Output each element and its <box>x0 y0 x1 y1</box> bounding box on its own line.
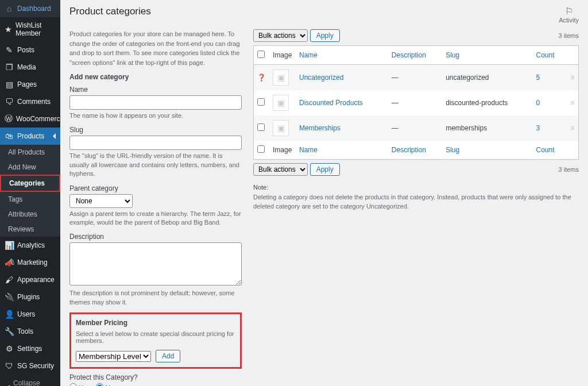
col-desc[interactable]: Description <box>388 141 442 160</box>
desc-label: Description <box>69 233 242 241</box>
brush-icon: 🖌 <box>5 275 14 284</box>
info-icon: ❓ <box>257 74 266 82</box>
menu-wishlist[interactable]: ★WishList Member <box>0 17 60 41</box>
description-field: Description The description is not promi… <box>69 233 242 307</box>
bulk-actions-select-top[interactable]: Bulk actions <box>253 29 308 42</box>
menu-analytics[interactable]: 📊Analytics <box>0 237 60 254</box>
add-heading: Add new category <box>69 73 242 81</box>
drag-handle-icon[interactable]: ≡ <box>567 115 579 141</box>
menu-label: Analytics <box>17 241 45 249</box>
col-count[interactable]: Count <box>533 141 567 160</box>
activity-label: Activity <box>559 17 579 24</box>
menu-label: WishList Member <box>16 21 56 37</box>
col-desc[interactable]: Description <box>388 46 442 65</box>
menu-pages[interactable]: ▤Pages <box>0 76 60 93</box>
row-slug: discounted-products <box>442 90 532 115</box>
menu-posts[interactable]: ✎Posts <box>0 41 60 59</box>
woo-icon: Ⓦ <box>5 114 13 123</box>
collapse-menu[interactable]: ◀Collapse menu <box>0 375 60 386</box>
name-input[interactable] <box>69 95 242 110</box>
menu-products[interactable]: 🛍Products <box>0 128 60 145</box>
shield-icon: 🛡 <box>5 361 14 370</box>
content-columns: Product categories for your store can be… <box>60 24 588 386</box>
col-count[interactable]: Count <box>533 46 567 65</box>
menu-label: Products <box>17 132 44 140</box>
select-all-top[interactable] <box>257 51 265 58</box>
row-checkbox[interactable] <box>257 123 265 131</box>
image-placeholder-icon: ▣ <box>273 95 289 111</box>
sub-attributes[interactable]: Attributes <box>0 207 60 222</box>
table-row: ▣ Memberships — memberships 3 ≡ <box>254 115 579 141</box>
wrench-icon: 🔧 <box>5 327 14 336</box>
apply-button-top[interactable]: Apply <box>310 29 340 42</box>
sub-tags[interactable]: Tags <box>0 192 60 207</box>
menu-dashboard[interactable]: ⌂Dashboard <box>0 0 60 17</box>
menu-media[interactable]: ❐Media <box>0 59 60 76</box>
name-field: Name The name is how it appears on your … <box>69 86 242 120</box>
drag-handle-icon[interactable]: ≡ <box>567 90 579 115</box>
menu-woocommerce[interactable]: ⓌWooCommerce <box>0 110 60 128</box>
sub-add-new[interactable]: Add New <box>0 160 60 175</box>
radio-yes[interactable] <box>69 383 77 386</box>
col-name[interactable]: Name <box>296 46 388 65</box>
bulk-actions-select-bottom[interactable]: Bulk actions <box>253 163 308 176</box>
row-desc: — <box>388 115 442 141</box>
radio-no[interactable] <box>96 383 103 386</box>
member-pricing-box: Member Pricing Select a level below to c… <box>69 312 242 369</box>
mp-heading: Member Pricing <box>76 319 235 327</box>
row-name-link[interactable]: Memberships <box>299 124 341 132</box>
col-slug[interactable]: Slug <box>442 141 532 160</box>
col-image: Image <box>269 46 296 65</box>
menu-sg-security[interactable]: 🛡SG Security <box>0 357 60 375</box>
mp-add-button[interactable]: Add <box>156 350 180 362</box>
desc-textarea[interactable] <box>69 242 242 285</box>
note-text: Deleting a category does not delete the … <box>253 194 571 210</box>
protect-no[interactable]: No <box>96 383 114 386</box>
menu-label: Media <box>17 63 36 71</box>
row-desc: — <box>388 90 442 115</box>
apply-button-bottom[interactable]: Apply <box>310 163 340 176</box>
drag-handle-icon[interactable]: ≡ <box>567 65 579 91</box>
row-name-link[interactable]: Uncategorized <box>299 74 343 82</box>
select-all-bottom[interactable] <box>257 145 265 153</box>
parent-select[interactable]: None <box>69 194 133 208</box>
protect-field: Protect this Category? Yes No <box>69 373 242 386</box>
row-count-link[interactable]: 3 <box>536 124 540 132</box>
col-name[interactable]: Name <box>296 141 388 160</box>
topbar: Product categories ⚐Activity <box>60 0 588 24</box>
mp-level-select[interactable]: Membership Level <box>76 351 151 362</box>
main-content: Product categories ⚐Activity Product cat… <box>60 0 588 386</box>
menu-label: Settings <box>17 345 42 353</box>
parent-field: Parent category None Assign a parent ter… <box>69 184 242 227</box>
menu-users[interactable]: 👤Users <box>0 306 60 323</box>
col-image: Image <box>269 141 296 160</box>
menu-label: Tools <box>17 327 33 335</box>
sub-reviews[interactable]: Reviews <box>0 222 60 237</box>
row-slug: memberships <box>442 115 532 141</box>
menu-settings[interactable]: ⚙Settings <box>0 340 60 357</box>
row-checkbox[interactable] <box>257 98 265 106</box>
activity-panel[interactable]: ⚐Activity <box>559 6 579 24</box>
pin-icon: ✎ <box>5 45 14 55</box>
menu-marketing[interactable]: 📣Marketing <box>0 254 60 271</box>
menu-label: Plugins <box>17 293 40 301</box>
name-help: The name is how it appears on your site. <box>69 111 242 120</box>
protect-yes[interactable]: Yes <box>69 383 90 386</box>
collapse-icon: ◀ <box>5 383 10 386</box>
comment-icon: 🗨 <box>5 97 14 106</box>
row-name-link[interactable]: Discounted Products <box>299 99 363 107</box>
sub-categories[interactable]: Categories <box>1 176 59 191</box>
delete-note: Note: Deleting a category does not delet… <box>253 183 579 211</box>
page-icon: ▤ <box>5 80 14 89</box>
slug-input[interactable] <box>69 136 242 150</box>
menu-appearance[interactable]: 🖌Appearance <box>0 271 60 288</box>
parent-label: Parent category <box>69 184 242 192</box>
row-count-link[interactable]: 0 <box>536 99 540 107</box>
menu-comments[interactable]: 🗨Comments <box>0 93 60 110</box>
menu-plugins[interactable]: 🔌Plugins <box>0 288 60 306</box>
menu-tools[interactable]: 🔧Tools <box>0 323 60 340</box>
row-count-link[interactable]: 5 <box>536 74 540 82</box>
admin-sidebar: ⌂Dashboard ★WishList Member ✎Posts ❐Medi… <box>0 0 60 386</box>
sub-all-products[interactable]: All Products <box>0 145 60 160</box>
col-slug[interactable]: Slug <box>442 46 532 65</box>
